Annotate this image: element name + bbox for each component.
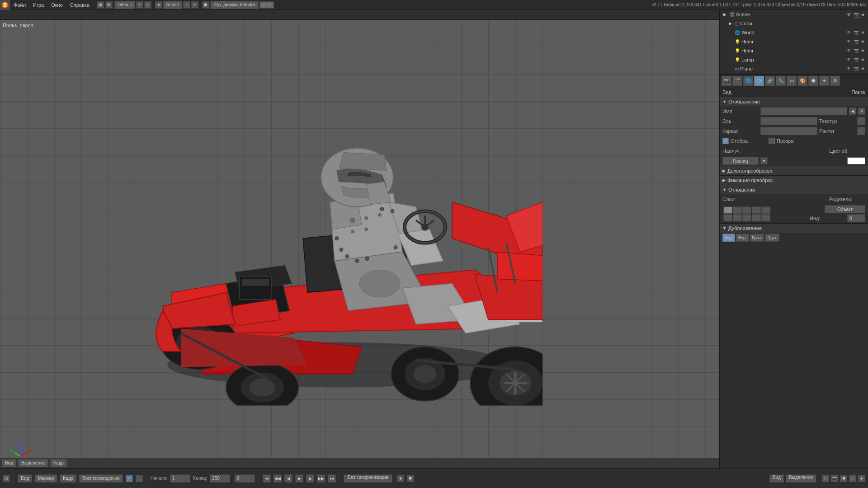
prop-icon-physics[interactable]: ⚙ <box>830 76 840 86</box>
current-frame-input[interactable] <box>235 474 255 483</box>
prop-icon-data[interactable]: ▭ <box>787 76 797 86</box>
display-render-btn[interactable] <box>857 127 865 135</box>
parent-object-btn[interactable]: Объект <box>825 205 865 213</box>
prop-icon-object[interactable]: ⬡ <box>754 76 764 86</box>
dup-btn-grup[interactable]: Груп. <box>765 234 779 242</box>
end-frame-input[interactable] <box>210 474 230 483</box>
hemi1-eye-icon[interactable]: 👁 <box>846 39 852 44</box>
hemi2-render-icon[interactable]: ★ <box>861 48 866 53</box>
plane-camera-icon[interactable]: 📷 <box>854 66 859 71</box>
display-section-header[interactable]: ▼ Отображение <box>720 97 868 106</box>
search-tab[interactable]: Поиск <box>852 89 865 95</box>
menu-game[interactable]: Игра <box>29 0 47 10</box>
layer-1[interactable] <box>733 206 742 214</box>
layer-4[interactable] <box>761 206 770 214</box>
display-bounds-btn[interactable]: Границ <box>722 157 759 165</box>
plane-eye-icon[interactable]: 👁 <box>846 66 852 71</box>
tl-right-icon2[interactable]: 📷 <box>831 475 838 482</box>
lamp-camera-icon[interactable]: 📷 <box>854 57 859 62</box>
tl-next-frame[interactable]: ▶ <box>306 474 314 483</box>
hemi2-camera-icon[interactable]: 📷 <box>854 48 859 53</box>
display-name-icon2[interactable]: ✕ <box>858 108 865 115</box>
scene-x[interactable]: ✕ <box>191 1 198 9</box>
hemi1-camera-icon[interactable]: 📷 <box>854 39 859 44</box>
outliner-item-hemi2[interactable]: 💡 Hemi 👁 📷 ★ <box>720 46 868 55</box>
tl-skip-start[interactable]: ⏮ <box>263 474 271 483</box>
prop-icon-modifier[interactable]: 🔧 <box>776 76 786 86</box>
display-show-checkbox[interactable]: ✓ <box>722 138 729 144</box>
scene-plus[interactable]: + <box>183 1 190 9</box>
outliner-item-scene[interactable]: ▶ 🎬 Scene 👁 📷 ★ <box>720 10 868 19</box>
layer-5[interactable] <box>723 214 732 221</box>
display-axis-btn[interactable] <box>760 117 817 125</box>
engine-icon[interactable]: ⬟ <box>202 1 209 9</box>
icon-scene-mode[interactable]: ◈ <box>155 1 162 9</box>
dup-btn-ver[interactable]: Вер. <box>736 234 749 242</box>
icon-view-solid[interactable]: ▦ <box>97 1 104 9</box>
scene-render-icon[interactable]: ★ <box>861 12 866 17</box>
index-input[interactable] <box>847 214 865 222</box>
display-texture-btn[interactable] <box>857 117 865 125</box>
engine-select[interactable]: Игр. движок Blender <box>210 1 259 9</box>
tl-frame-btn[interactable]: Кадр <box>60 474 76 483</box>
world-eye-icon[interactable]: 👁 <box>846 30 852 35</box>
outliner-item-hemi1[interactable]: 💡 Hemi 👁 📷 ★ <box>720 37 868 46</box>
plane-render-icon[interactable]: ★ <box>861 66 866 71</box>
tl-play[interactable]: ▶ <box>295 474 303 483</box>
outliner-item-world[interactable]: 🌐 World 👁 📷 ★ <box>720 28 868 37</box>
prop-icon-render[interactable]: 📷 <box>722 76 731 86</box>
menu-file[interactable]: Файл <box>10 0 29 10</box>
tl-marker-btn[interactable]: Маркер <box>35 474 57 483</box>
prop-icon-particles[interactable]: ✦ <box>819 76 829 86</box>
layer-3[interactable] <box>752 206 761 214</box>
relations-section-header[interactable]: ▼ Отношения <box>720 185 868 194</box>
tl-next-key[interactable]: ▶▶ <box>317 474 325 483</box>
fix-section-header[interactable]: ▶ Фиксация преобрзо. <box>720 176 868 185</box>
outliner-item-plane[interactable]: ▭ Plane 👁 📷 ★ <box>720 64 868 73</box>
dup-section-header[interactable]: ▼ Дублирование <box>720 224 868 233</box>
outliner-item-layers[interactable]: ▶ ⬡ Слои <box>720 19 868 28</box>
prop-icon-world[interactable]: 🌐 <box>743 76 753 86</box>
world-render-icon[interactable]: ★ <box>861 30 866 35</box>
display-wire-btn[interactable] <box>760 127 817 135</box>
vp-frame-btn[interactable]: Кадр <box>50 459 67 467</box>
dup-btn-gran[interactable]: Гран. <box>750 234 764 242</box>
display-name-btn[interactable] <box>760 107 847 115</box>
tl-right-icon3[interactable]: ⬟ <box>840 475 847 482</box>
icon-view-wire[interactable]: ⊞ <box>105 1 113 9</box>
layer-2[interactable] <box>742 206 751 214</box>
menu-window[interactable]: Окно <box>47 0 66 10</box>
layout-x[interactable]: ✕ <box>144 1 151 9</box>
tl-anim-toggle2[interactable] <box>136 475 143 482</box>
tl-right-select[interactable]: Выделение <box>786 474 816 483</box>
tl-prev-frame[interactable]: ◀ <box>284 474 292 483</box>
vp-select-btn[interactable]: Выделение <box>18 459 48 467</box>
tl-view-btn[interactable]: Вид <box>18 474 32 483</box>
tl-extra2[interactable]: ⬟ <box>407 475 414 482</box>
layout-plus[interactable]: + <box>136 1 143 9</box>
layer-7[interactable] <box>742 214 751 221</box>
display-transp-checkbox[interactable] <box>769 138 775 144</box>
lamp-eye-icon[interactable]: 👁 <box>846 57 852 62</box>
layer-9[interactable] <box>761 214 770 221</box>
menu-help[interactable]: Справка <box>66 0 93 10</box>
display-bounds-dropdown[interactable]: ▼ <box>760 157 768 164</box>
tl-prev-key[interactable]: ◀◀ <box>274 474 282 483</box>
prop-icon-material[interactable]: 🎨 <box>797 76 807 86</box>
scene-camera-icon[interactable]: 📷 <box>854 12 859 17</box>
tl-right-icon4[interactable]: ▭ <box>849 475 856 482</box>
view-tab[interactable]: Вид <box>722 89 731 95</box>
scene-select[interactable]: Scene <box>163 1 182 9</box>
layer-0[interactable] <box>723 206 732 214</box>
vp-view-btn[interactable]: Вид <box>2 459 16 467</box>
tl-extra1[interactable]: ◈ <box>397 475 404 482</box>
layout-select[interactable]: Default <box>114 1 135 9</box>
tl-skip-end[interactable]: ⏭ <box>328 474 336 483</box>
dup-btn-kdr[interactable]: Кад. <box>722 234 735 242</box>
tl-playback-btn[interactable]: Воспроизведение <box>79 474 123 483</box>
world-camera-icon[interactable]: 📷 <box>854 30 859 35</box>
display-color-swatch[interactable] <box>847 157 865 164</box>
hemi2-eye-icon[interactable]: 👁 <box>846 48 852 53</box>
prop-icon-constraints[interactable]: 🔗 <box>765 76 775 86</box>
lamp-render-icon[interactable]: ★ <box>861 57 866 62</box>
